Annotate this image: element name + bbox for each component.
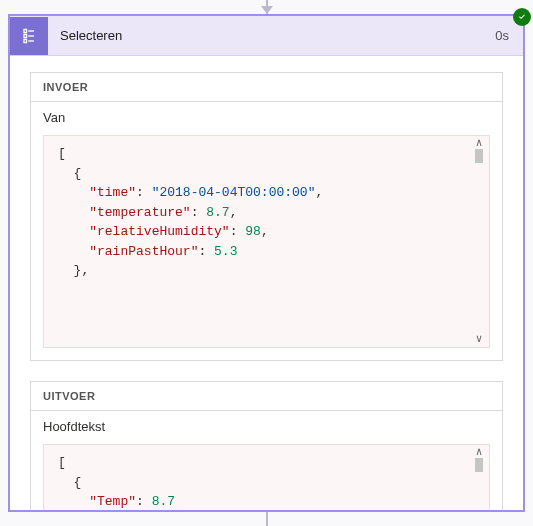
scroll-thumb[interactable] xyxy=(475,149,483,163)
connector-bottom xyxy=(266,512,268,526)
action-card-select[interactable]: Selecteren 0s INVOER Van [ { "time": "20… xyxy=(8,14,525,512)
select-operation-icon xyxy=(10,17,48,55)
card-header[interactable]: Selecteren 0s xyxy=(10,16,523,56)
flow-canvas: Selecteren 0s INVOER Van [ { "time": "20… xyxy=(0,0,533,526)
input-code-block[interactable]: [ { "time": "2018-04-04T00:00:00", "temp… xyxy=(43,135,490,348)
input-section-label: INVOER xyxy=(31,73,502,102)
scrollbar[interactable]: ∧ ∨ xyxy=(471,138,487,345)
connector-arrow xyxy=(261,6,273,14)
output-code-block[interactable]: [ { "Temp": 8.7 }, { "Temp": 8.2 }, ∧ ∨ xyxy=(43,444,490,510)
input-from-label: Van xyxy=(31,102,502,131)
card-body: INVOER Van [ { "time": "2018-04-04T00:00… xyxy=(10,56,523,510)
input-section: INVOER Van [ { "time": "2018-04-04T00:00… xyxy=(30,72,503,361)
output-body-label: Hoofdtekst xyxy=(31,411,502,440)
scroll-down-icon[interactable]: ∨ xyxy=(476,334,483,345)
scroll-up-icon[interactable]: ∧ xyxy=(476,447,483,458)
card-title: Selecteren xyxy=(48,28,495,43)
scroll-track[interactable] xyxy=(472,149,486,334)
status-success-icon xyxy=(513,8,531,26)
scroll-track[interactable] xyxy=(472,458,486,510)
scroll-up-icon[interactable]: ∧ xyxy=(476,138,483,149)
timing-badge: 0s xyxy=(495,28,523,43)
scrollbar[interactable]: ∧ ∨ xyxy=(471,447,487,510)
output-section: UITVOER Hoofdtekst [ { "Temp": 8.7 }, { … xyxy=(30,381,503,510)
output-section-label: UITVOER xyxy=(31,382,502,411)
scroll-thumb[interactable] xyxy=(475,458,483,472)
